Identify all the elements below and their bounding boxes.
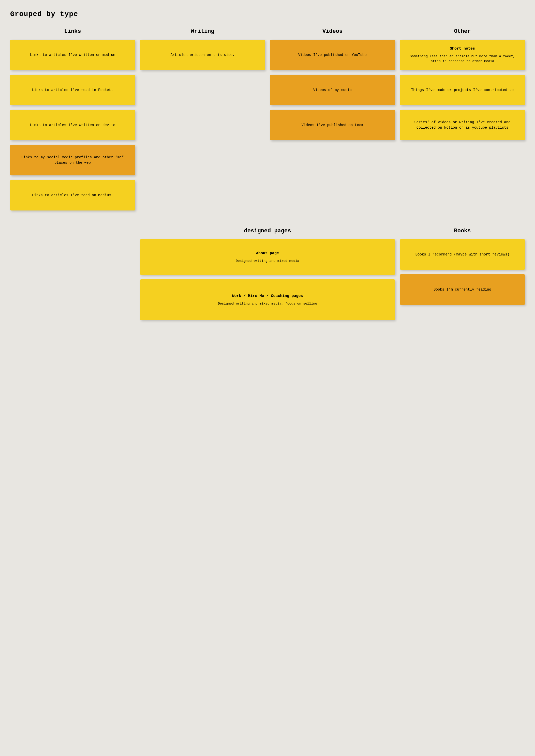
card-books-1: Books I recommend (maybe with short revi… <box>400 239 525 270</box>
column-links: Links Links to articles I've written on … <box>10 28 135 215</box>
card-links-1: Links to articles I've written on medium <box>10 40 135 70</box>
column-header-writing: Writing <box>140 28 265 35</box>
page-title: Grouped by type <box>10 10 525 18</box>
card-designed-2-sub: Designed writing and mixed media, focus … <box>218 301 317 306</box>
card-books-2: Books I'm currently reading <box>400 274 525 305</box>
books-col: Books Books I recommend (maybe with shor… <box>400 228 525 325</box>
card-designed-2: Work / Hire Me / Coaching pages Designed… <box>140 279 395 320</box>
card-designed-2-title: Work / Hire Me / Coaching pages <box>232 293 303 299</box>
card-links-5: Links to articles I've read on Medium. <box>10 180 135 210</box>
column-header-videos: Videos <box>270 28 395 35</box>
column-other: Other Short notes Something less than an… <box>400 28 525 215</box>
bottom-empty-col <box>10 228 135 325</box>
card-designed-1-title: About page <box>256 251 279 256</box>
card-other-1-title: Short notes <box>450 46 475 52</box>
card-links-3: Links to articles I've written on dev.to <box>10 110 135 140</box>
card-videos-3: Videos I've published on Loom <box>270 110 395 140</box>
designed-pages-col: designed pages About page Designed writi… <box>140 228 395 325</box>
column-header-other: Other <box>400 28 525 35</box>
card-links-4: Links to my social media profiles and ot… <box>10 145 135 176</box>
card-videos-1: Videos I've published on YouTube <box>270 40 395 70</box>
books-header: Books <box>400 228 525 234</box>
designed-pages-header: designed pages <box>140 228 395 234</box>
column-videos: Videos Videos I've published on YouTube … <box>270 28 395 215</box>
card-links-2: Links to articles I've read in Pocket. <box>10 75 135 105</box>
column-header-links: Links <box>10 28 135 35</box>
card-other-1-sub: Something less than an article but more … <box>405 54 520 64</box>
card-other-1: Short notes Something less than an artic… <box>400 40 525 70</box>
card-writing-1: Articles written on this site. <box>140 40 265 70</box>
card-designed-1: About page Designed writing and mixed me… <box>140 239 395 275</box>
card-other-3: Series' of videos or writing I've create… <box>400 110 525 140</box>
bottom-section: designed pages About page Designed writi… <box>10 228 525 325</box>
column-writing: Writing Articles written on this site. <box>140 28 265 215</box>
main-grid: Links Links to articles I've written on … <box>10 28 525 215</box>
card-designed-1-sub: Designed writing and mixed media <box>236 258 299 264</box>
card-videos-2: Videos of my music <box>270 75 395 105</box>
card-other-2: Things I've made or projects I've contri… <box>400 75 525 105</box>
